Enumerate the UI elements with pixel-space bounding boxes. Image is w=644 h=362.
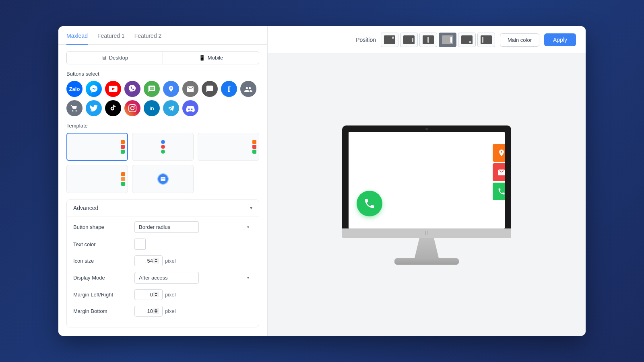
margin-lr-label: Margin Left/Right [73,292,130,298]
display-mode-select[interactable]: After access Always After scroll [134,272,199,284]
btn-messenger[interactable] [86,81,102,97]
margin-bottom-wrapper: pixel [134,306,176,317]
margin-lr-unit: pixel [165,292,176,298]
desktop-button[interactable]: 🖥 Desktop [67,51,163,64]
btn-zalo[interactable]: Zalo [66,81,83,97]
advanced-section: Advanced ▾ Button shape Border radius Sq… [66,200,259,327]
position-label: Position [356,37,376,43]
display-mode-select-wrapper: After access Always After scroll ▾ [134,272,252,284]
btn-maps[interactable] [163,81,179,97]
margin-lr-input[interactable] [134,289,163,300]
template-2[interactable] [132,133,194,161]
mobile-label: Mobile [208,55,223,61]
right-toolbar: Position [268,26,586,54]
pos-btn-5[interactable] [458,33,476,47]
template-4[interactable] [66,165,128,193]
position-options [381,33,495,47]
margin-lr-wrapper: pixel [134,289,176,300]
pos-btn-6[interactable] [477,33,495,47]
desktop-label: Desktop [109,55,128,61]
mobile-icon: 📱 [199,55,205,61]
monitor-bezel [342,125,511,228]
monitor-screen [349,132,505,228]
template-grid [58,133,267,200]
pos-btn-4[interactable] [439,33,456,47]
icon-size-input[interactable] [134,255,163,266]
btn-facebook[interactable]: f [221,81,237,97]
advanced-header[interactable]: Advanced ▾ [67,200,259,216]
template-label: Template [58,123,267,133]
mobile-button[interactable]: 📱 Mobile [163,51,259,64]
float-icon-location[interactable] [493,144,505,162]
btn-twitter[interactable] [86,100,102,116]
display-mode-row: Display Mode After access Always After s… [73,272,252,284]
float-icon-email[interactable] [493,163,505,181]
btn-tiktok[interactable] [105,100,121,116]
mac-monitor:  [342,125,511,265]
tab-bar: Maxlead Featured 1 Featured 2 [58,26,267,45]
display-mode-label: Display Mode [73,275,130,281]
btn-chat[interactable] [202,81,218,97]
tab-featured1[interactable]: Featured 1 [97,26,125,45]
template-1[interactable] [66,133,128,161]
margin-lr-row: Margin Left/Right pixel [73,289,252,300]
monitor-base-top:  [342,228,511,238]
margin-bottom-input[interactable] [134,306,163,317]
btn-viber[interactable] [124,81,140,97]
select-arrow-icon: ▾ [247,225,249,229]
template-5[interactable] [132,165,194,193]
btn-youtube[interactable] [105,81,121,97]
main-color-button[interactable]: Main color [500,33,539,47]
btn-group[interactable] [240,81,256,97]
monitor-foot [394,258,459,265]
main-container: Maxlead Featured 1 Featured 2 🖥 Desktop … [58,26,586,336]
apple-logo-icon:  [425,230,428,237]
tab-featured2[interactable]: Featured 2 [134,26,162,45]
left-panel: Maxlead Featured 1 Featured 2 🖥 Desktop … [58,26,268,336]
buttons-grid: Zalo f [58,81,267,123]
pos-btn-3[interactable] [419,33,437,47]
icon-size-wrapper: pixel [134,255,176,266]
buttons-select-label: Buttons select [58,71,267,81]
button-shape-row: Button shape Border radius Square Circle… [73,221,252,233]
button-shape-label: Button shape [73,224,130,230]
icon-size-row: Icon size pixel [73,255,252,266]
monitor-camera [425,128,428,130]
btn-instagram[interactable] [124,100,140,116]
apply-button[interactable]: Apply [544,33,576,46]
template-3[interactable] [198,133,259,161]
advanced-body: Button shape Border radius Square Circle… [67,216,259,327]
float-phone-button[interactable] [357,191,382,216]
right-panel: Position [268,26,586,336]
btn-sms[interactable] [144,81,160,97]
float-icon-phone[interactable] [493,183,505,200]
margin-bottom-unit: pixel [165,308,176,314]
monitor-neck [415,238,439,258]
pos-btn-2[interactable] [400,33,418,47]
margin-bottom-row: Margin Bottom pixel [73,306,252,317]
float-icons-right [493,144,505,200]
btn-telegram[interactable] [163,100,179,116]
icon-size-label: Icon size [73,258,130,264]
icon-size-unit: pixel [165,258,176,264]
btn-cart[interactable] [66,100,83,116]
text-color-swatch[interactable] [134,239,146,250]
preview-area:  [268,54,586,336]
button-shape-select-wrapper: Border radius Square Circle ▾ [134,221,252,233]
btn-discord[interactable] [182,100,198,116]
tab-maxlead[interactable]: Maxlead [66,26,88,45]
advanced-label: Advanced [73,205,98,211]
text-color-label: Text color [73,241,130,247]
device-selector: 🖥 Desktop 📱 Mobile [66,51,259,64]
desktop-icon: 🖥 [101,55,107,61]
btn-linkedin[interactable]: in [144,100,160,116]
text-color-row: Text color [73,239,252,250]
chevron-icon: ▾ [250,205,252,211]
pos-btn-1[interactable] [381,33,398,47]
button-shape-select[interactable]: Border radius Square Circle [134,221,199,233]
display-mode-arrow-icon: ▾ [247,276,249,280]
margin-bottom-label: Margin Bottom [73,308,130,314]
btn-email[interactable] [182,81,198,97]
